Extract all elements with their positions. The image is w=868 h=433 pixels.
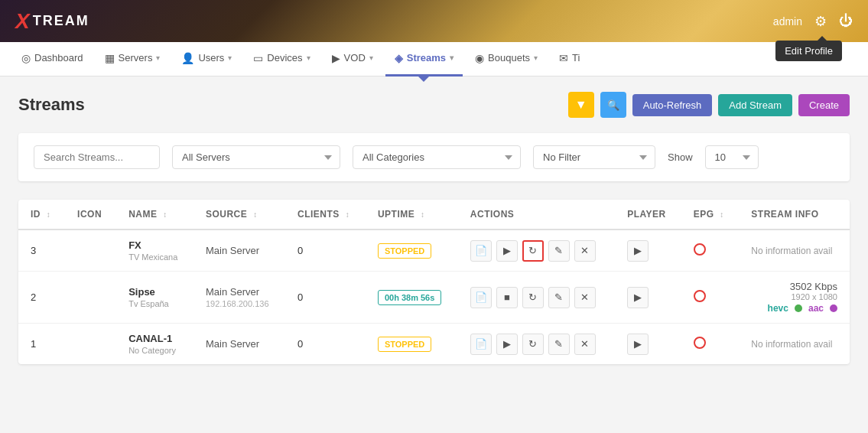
cell-icon	[65, 230, 116, 272]
cell-source: Main Server	[193, 230, 285, 272]
delete-action-button[interactable]: ✕	[574, 287, 596, 308]
auto-refresh-button[interactable]: Auto-Refresh	[632, 94, 713, 116]
sidebar-item-bouquets[interactable]: ◉ Bouquets ▾	[466, 42, 547, 77]
sidebar-item-devices[interactable]: ▭ Devices ▾	[244, 42, 319, 77]
chevron-down-icon: ▾	[228, 54, 232, 62]
file-action-button[interactable]: 📄	[470, 334, 492, 355]
status-badge: STOPPED	[378, 337, 431, 352]
edit-action-button[interactable]: ✎	[548, 334, 570, 355]
show-label: Show	[668, 151, 693, 163]
table-row: 3 FX TV Mexicana Main Server 0 STOPPED	[18, 230, 850, 272]
page-header: Streams ▼ 🔍 Auto-Refresh Add Stream Crea…	[18, 92, 850, 118]
servers-icon: ▦	[105, 52, 115, 64]
cell-epg	[681, 230, 740, 272]
add-stream-button[interactable]: Add Stream	[718, 94, 792, 116]
cell-actions: 📄 ▶ ↻ ✎ ✕	[458, 230, 615, 272]
epg-status-icon	[694, 243, 706, 256]
sidebar-item-dashboard[interactable]: ◎ Dashboard	[12, 42, 93, 77]
col-epg: EPG ↕	[681, 200, 740, 230]
cell-clients: 0	[285, 272, 366, 324]
stream-info-detail: 3502 Kbps 1920 x 1080 hevc aac	[751, 281, 837, 314]
chevron-down-icon: ▾	[369, 54, 373, 62]
sidebar-item-ti[interactable]: ✉ Ti	[550, 42, 589, 77]
player-play-button[interactable]: ▶	[627, 334, 649, 355]
vod-icon: ▶	[332, 52, 340, 64]
refresh-action-button[interactable]: ↻	[522, 334, 544, 355]
cell-player: ▶	[615, 230, 681, 272]
cell-player: ▶	[615, 324, 681, 365]
epg-status-icon	[694, 337, 706, 349]
delete-action-button[interactable]: ✕	[574, 240, 596, 262]
col-icon: ICON	[65, 200, 116, 230]
create-button[interactable]: Create	[798, 94, 850, 116]
edit-action-button[interactable]: ✎	[548, 240, 570, 262]
player-play-button[interactable]: ▶	[627, 287, 649, 308]
show-count-select[interactable]: 10	[705, 145, 759, 169]
chevron-down-icon: ▾	[307, 54, 310, 62]
col-actions: ACTIONS	[458, 200, 615, 230]
cell-source: Main Server 192.168.200.136	[193, 272, 285, 324]
delete-action-button[interactable]: ✕	[574, 334, 596, 355]
cell-name: CANAL-1 No Category	[116, 324, 193, 365]
refresh-action-button[interactable]: ↻	[522, 240, 544, 262]
action-icons-row3: 📄 ▶ ↻ ✎ ✕	[470, 334, 603, 355]
cell-name: FX TV Mexicana	[116, 230, 193, 272]
action-icons-row1: 📄 ▶ ↻ ✎ ✕	[470, 240, 603, 262]
file-action-button[interactable]: 📄	[470, 287, 492, 308]
chevron-down-icon: ▾	[534, 54, 538, 62]
search-button[interactable]: 🔍	[600, 92, 626, 118]
cell-icon	[65, 272, 116, 324]
play-action-button[interactable]: ▶	[496, 334, 518, 355]
sidebar-item-vod[interactable]: ▶ VOD ▾	[323, 42, 382, 77]
table-row: 2 Sipse Tv España Main Server 192.168.20…	[18, 272, 850, 324]
cell-source: Main Server	[193, 324, 285, 365]
cell-id: 3	[18, 230, 65, 272]
col-clients: CLIENTS ↕	[285, 200, 366, 230]
sidebar-item-streams[interactable]: ◈ Streams ▾	[385, 42, 463, 77]
stream-info-text: No information avail	[751, 246, 832, 256]
logo-x: X	[15, 9, 30, 34]
power-icon[interactable]: ⏻	[839, 13, 853, 29]
play-action-button[interactable]: ▶	[496, 240, 518, 262]
gear-icon[interactable]: ⚙	[814, 13, 827, 30]
search-input[interactable]	[34, 145, 160, 169]
table-row: 1 CANAL-1 No Category Main Server 0 STOP…	[18, 324, 850, 365]
nav-label-ti: Ti	[572, 52, 580, 63]
header: X TREAM admin ⚙ ⏻ Edit Profile	[0, 0, 868, 42]
page-actions: ▼ 🔍 Auto-Refresh Add Stream Create	[568, 92, 850, 118]
filter-button[interactable]: ▼	[568, 92, 594, 118]
file-action-button[interactable]: 📄	[470, 240, 492, 262]
devices-icon: ▭	[253, 52, 263, 64]
codec-hevc: hevc	[768, 303, 788, 314]
cell-stream-info: 3502 Kbps 1920 x 1080 hevc aac	[739, 272, 850, 324]
sidebar-item-servers[interactable]: ▦ Servers ▾	[96, 42, 170, 77]
refresh-action-button[interactable]: ↻	[522, 287, 544, 308]
nav-label-streams: Streams	[407, 52, 446, 63]
categories-select[interactable]: All Categories	[353, 145, 521, 169]
edit-profile-tooltip: Edit Profile	[775, 41, 842, 61]
table-header-row: ID ↕ ICON NAME ↕ SOURCE ↕ CLIENTS ↕ UPTI…	[18, 200, 850, 230]
cell-epg	[681, 272, 740, 324]
cell-epg	[681, 324, 740, 365]
cell-id: 1	[18, 324, 65, 365]
servers-select[interactable]: All Servers	[172, 145, 340, 169]
cell-id: 2	[18, 272, 65, 324]
sidebar-item-users[interactable]: 👤 Users ▾	[172, 42, 241, 77]
cell-uptime: STOPPED	[366, 324, 458, 365]
col-name: NAME ↕	[116, 200, 193, 230]
cell-icon	[65, 324, 116, 365]
col-uptime: UPTIME ↕	[366, 200, 458, 230]
edit-action-button[interactable]: ✎	[548, 287, 570, 308]
admin-label: admin	[773, 15, 802, 28]
cell-stream-info: No information avail	[739, 324, 850, 365]
cell-actions: 📄 ■ ↻ ✎ ✕	[458, 272, 615, 324]
player-play-button[interactable]: ▶	[627, 240, 649, 262]
page-title: Streams	[18, 95, 85, 115]
filter-select[interactable]: No Filter	[533, 145, 655, 169]
stream-info-text: No information avail	[751, 339, 832, 350]
cell-stream-info: No information avail	[739, 230, 850, 272]
nav-label-users: Users	[198, 52, 224, 63]
stop-action-button[interactable]: ■	[496, 287, 518, 308]
header-right: admin ⚙ ⏻ Edit Profile	[773, 13, 853, 30]
cell-clients: 0	[285, 324, 366, 365]
